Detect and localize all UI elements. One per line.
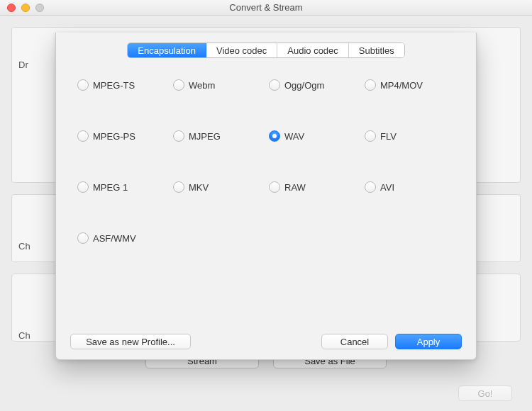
radio-label: Webm: [189, 80, 215, 91]
radio-icon[interactable]: [269, 79, 280, 91]
drop-panel-label: Dr: [18, 60, 28, 70]
encapsulation-radio-group: MPEG-TSWebmOgg/OgmMP4/MOVMPEG-PSMJPEGWAV…: [73, 79, 459, 244]
radio-asf-wmv[interactable]: ASF/WMV: [77, 232, 167, 244]
radio-mkv[interactable]: MKV: [173, 181, 263, 193]
radio-mp4-mov[interactable]: MP4/MOV: [365, 79, 455, 91]
cancel-button[interactable]: Cancel: [321, 334, 388, 349]
radio-icon[interactable]: [365, 181, 376, 193]
radio-label: ASF/WMV: [93, 233, 136, 244]
radio-label: MPEG-TS: [93, 80, 135, 91]
radio-flv[interactable]: FLV: [365, 130, 455, 142]
parent-window-body: Dr Ch Ch Stream Save as File Go! Encapsu…: [0, 16, 532, 411]
radio-label: MP4/MOV: [380, 80, 423, 91]
radio-icon[interactable]: [269, 130, 280, 142]
radio-mpeg-ps[interactable]: MPEG-PS: [77, 130, 167, 142]
radio-label: MPEG-PS: [93, 131, 135, 142]
radio-label: MJPEG: [189, 131, 221, 142]
sheet-footer: Save as new Profile... Cancel Apply: [70, 334, 462, 349]
radio-icon[interactable]: [365, 79, 376, 91]
tab-audio-codec[interactable]: Audio codec: [277, 43, 349, 57]
radio-icon[interactable]: [77, 130, 89, 142]
radio-mpeg-ts[interactable]: MPEG-TS: [77, 79, 167, 91]
radio-icon[interactable]: [173, 181, 184, 193]
window-title: Convert & Stream: [0, 2, 532, 13]
radio-icon[interactable]: [365, 130, 376, 142]
window-titlebar: Convert & Stream: [0, 0, 532, 16]
radio-dot-icon: [272, 134, 277, 138]
go-button: Go!: [458, 385, 512, 401]
radio-icon[interactable]: [77, 232, 89, 244]
radio-label: Ogg/Ogm: [284, 80, 324, 91]
radio-icon[interactable]: [173, 130, 184, 142]
radio-label: MPEG 1: [93, 182, 128, 193]
radio-ogg-ogm[interactable]: Ogg/Ogm: [269, 79, 359, 91]
tab-encapsulation[interactable]: Encapsulation: [128, 43, 206, 57]
radio-icon[interactable]: [173, 79, 184, 91]
radio-label: RAW: [284, 182, 306, 193]
radio-raw[interactable]: RAW: [269, 181, 359, 193]
radio-icon[interactable]: [77, 79, 89, 91]
radio-label: AVI: [380, 182, 394, 193]
save-as-new-profile-button[interactable]: Save as new Profile...: [70, 334, 191, 349]
radio-label: MKV: [189, 182, 209, 193]
tab-subtitles[interactable]: Subtitles: [349, 43, 404, 57]
tab-bar: EncapsulationVideo codecAudio codecSubti…: [73, 43, 459, 58]
profile-edit-sheet: EncapsulationVideo codecAudio codecSubti…: [55, 33, 477, 360]
radio-icon[interactable]: [77, 181, 89, 193]
radio-avi[interactable]: AVI: [365, 181, 455, 193]
radio-label: FLV: [380, 131, 397, 142]
radio-wav[interactable]: WAV: [269, 130, 359, 142]
tab-video-codec[interactable]: Video codec: [206, 43, 277, 57]
choose-destination-label: Ch: [18, 330, 31, 341]
radio-mjpeg[interactable]: MJPEG: [173, 130, 263, 142]
radio-webm[interactable]: Webm: [173, 79, 263, 91]
radio-label: WAV: [284, 131, 304, 142]
radio-mpeg-1[interactable]: MPEG 1: [77, 181, 167, 193]
apply-button[interactable]: Apply: [395, 334, 462, 349]
choose-profile-label: Ch: [18, 241, 31, 252]
radio-icon[interactable]: [269, 181, 280, 193]
